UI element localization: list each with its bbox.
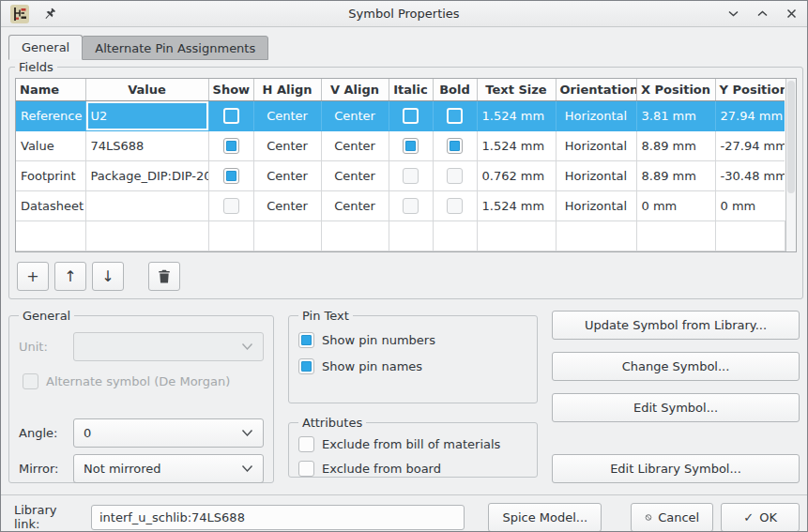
pin-text-group: Pin Text Show pin numbers Show pin names [288,309,538,403]
general-group: General Unit: Alternate symbol (De Morga… [8,309,274,483]
chevron-down-icon [241,429,253,437]
chevron-down-icon [241,464,253,473]
show-checkbox[interactable] [223,138,239,154]
show-pin-names-label: Show pin names [322,359,422,373]
exclude-bom-checkbox[interactable] [298,436,314,452]
cancel-button[interactable]: Cancel [631,503,713,532]
col-header-value[interactable]: Value [85,79,208,100]
bold-checkbox[interactable] [447,198,463,214]
col-header-bold[interactable]: Bold [433,79,477,100]
window-title: Symbol Properties [1,7,807,21]
col-header-show[interactable]: Show [208,79,253,100]
col-header-text-size[interactable]: Text Size [477,79,556,100]
col-header-name[interactable]: Name [16,79,85,100]
col-header-orientation[interactable]: Orientation [556,79,636,100]
general-legend: General [19,309,74,323]
tab-bar: General Alternate Pin Assignments [1,27,807,60]
show-pin-numbers-label: Show pin numbers [322,333,435,347]
show-checkbox[interactable] [223,108,239,124]
exclude-board-label: Exclude from board [322,462,441,476]
col-header-v-align[interactable]: V Align [321,79,389,100]
plus-icon: + [26,267,38,285]
col-header-italic[interactable]: Italic [389,79,433,100]
italic-checkbox[interactable] [403,168,419,184]
fields-table: Name Value Show H Align V Align Italic B… [15,78,797,252]
chevron-down-icon [241,342,253,351]
move-up-button[interactable]: ↑ [54,262,86,291]
italic-checkbox[interactable] [403,138,419,154]
angle-select[interactable]: 0 [73,418,264,448]
show-pin-numbers-checkbox[interactable] [298,332,314,348]
italic-checkbox[interactable] [403,198,419,214]
add-field-button[interactable]: + [17,262,49,291]
unit-label: Unit: [19,340,73,354]
unit-select [73,332,264,361]
pin-text-legend: Pin Text [298,309,353,323]
show-pin-names-checkbox[interactable] [298,358,314,374]
table-row-reference[interactable]: Reference U2 Center Center 1.524 mm Hori… [16,100,785,130]
library-link-label: Library link: [14,503,84,531]
show-checkbox[interactable] [223,198,239,214]
col-header-x-position[interactable]: X Position [636,79,715,100]
mirror-label: Mirror: [19,462,73,476]
footer: Library link: Spice Model... Cancel ✓ OK [1,495,807,532]
table-row-value[interactable]: Value 74LS688 Center Center 1.524 mm Hor… [16,130,785,160]
arrow-down-icon: ↓ [101,267,114,285]
table-header-row: Name Value Show H Align V Align Italic B… [16,79,785,100]
mirror-select[interactable]: Not mirrored [73,454,264,483]
italic-checkbox[interactable] [403,108,419,124]
attributes-group: Attributes Exclude from bill of material… [288,416,538,478]
update-symbol-from-library-button[interactable]: Update Symbol from Library... [552,311,800,340]
edit-symbol-button[interactable]: Edit Symbol... [552,393,800,422]
check-icon: ✓ [743,510,754,524]
shade-icon[interactable] [727,8,739,20]
tab-general[interactable]: General [8,35,83,60]
close-icon[interactable] [785,8,798,20]
angle-label: Angle: [19,426,73,440]
fields-group: Fields Name Value Show H Align V Align I… [8,60,803,299]
bold-checkbox[interactable] [447,168,463,184]
col-header-h-align[interactable]: H Align [253,79,321,100]
fields-legend: Fields [15,60,57,74]
table-scrollbar[interactable] [785,79,796,251]
exclude-bom-label: Exclude from bill of materials [322,437,500,451]
change-symbol-button[interactable]: Change Symbol... [552,352,800,381]
delete-field-button[interactable] [148,262,180,291]
unshade-icon[interactable] [756,8,769,20]
table-row-datasheet[interactable]: Datasheet Center Center 1.524 mm Horizon… [16,190,785,220]
spice-model-button[interactable]: Spice Model... [488,503,602,532]
tab-alternate-pin-assignments[interactable]: Alternate Pin Assignments [82,36,268,60]
bold-checkbox[interactable] [447,108,463,124]
move-down-button[interactable]: ↓ [92,262,124,291]
ok-button[interactable]: ✓ OK [721,503,800,532]
cell-reference-value[interactable]: U2 [85,100,208,130]
cancel-icon [645,510,652,524]
fields-toolbar: + ↑ ↓ [17,262,795,291]
edit-library-symbol-button[interactable]: Edit Library Symbol... [552,454,800,483]
bold-checkbox[interactable] [447,138,463,154]
attributes-legend: Attributes [298,416,366,430]
table-row-footprint[interactable]: Footprint Package_DIP:DIP-20 Center Cent… [16,160,785,190]
trash-icon [158,269,171,283]
titlebar: Symbol Properties [1,1,807,27]
col-header-y-position[interactable]: Y Position [715,79,785,100]
exclude-board-checkbox[interactable] [298,461,314,477]
alternate-symbol-checkbox [23,373,38,389]
table-empty-row [16,220,785,251]
alternate-symbol-label: Alternate symbol (De Morgan) [46,374,230,388]
library-link-field[interactable] [91,505,465,530]
scrollbar-thumb[interactable] [787,81,795,193]
arrow-up-icon: ↑ [64,267,76,285]
show-checkbox[interactable] [223,168,239,184]
